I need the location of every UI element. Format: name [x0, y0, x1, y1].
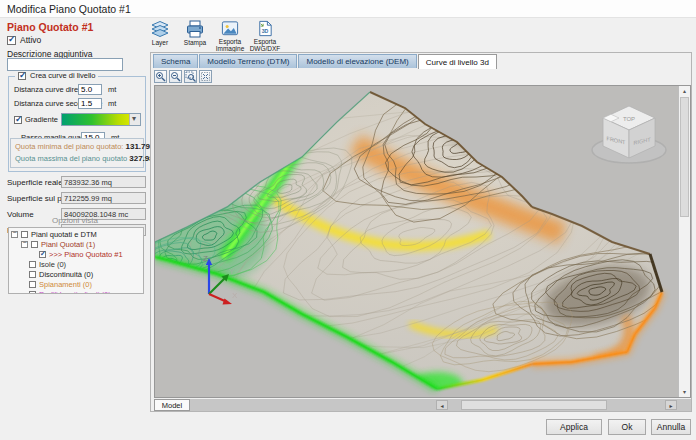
export-dwg-icon: 3D — [254, 19, 276, 38]
toolbar-button-label2: DWG/DXF — [250, 45, 281, 52]
ok-button[interactable]: Ok — [608, 419, 646, 435]
print-icon — [184, 19, 206, 39]
toolbar-button-label: Esporta — [219, 38, 241, 45]
gradiente-checkbox[interactable] — [14, 116, 22, 124]
scroll-right-button[interactable] — [665, 400, 677, 410]
vertical-scrollbar[interactable] — [678, 86, 690, 397]
tree-checkbox[interactable] — [29, 281, 36, 288]
viewcube-top-label: TOP — [623, 116, 635, 122]
zoom-in-button[interactable] — [154, 70, 167, 83]
vertical-scrollbar-thumb[interactable] — [680, 97, 689, 217]
tree-item-root[interactable]: Piani quotati e DTM — [11, 230, 141, 239]
stat-label: Superficie sul piano — [7, 194, 61, 203]
export-dwg-button[interactable]: 3D Esporta DWG/DXF — [249, 19, 281, 52]
tab-dem[interactable]: Modello di elevazione (DEM) — [298, 54, 416, 68]
tree-item-piano-quotato-1[interactable]: >>> Piano Quotato #1 — [39, 250, 141, 259]
zoom-out-icon — [170, 71, 181, 82]
viewcube[interactable]: TOP FRONT RIGHT — [586, 92, 674, 180]
axis-y-label: Y — [229, 267, 235, 276]
page-title: Piano Quotato #1 — [7, 21, 93, 33]
dist-secondarie-unit: mt — [108, 99, 116, 108]
dialog-window: Modifica Piano Quotato #1 Piano Quotato … — [0, 0, 696, 440]
zoom-out-button[interactable] — [169, 70, 182, 83]
tree-item-profili[interactable]: Profili longitudinali (0) — [29, 290, 141, 294]
quota-box: Quota minima del piano quotato: 131.792 … — [10, 138, 144, 168]
scroll-left-button[interactable] — [436, 400, 448, 410]
collapse-icon[interactable] — [21, 241, 28, 248]
stat-value: 712255.99 mq — [61, 192, 146, 204]
dist-direttrici-label: Distanza curve direttrici — [14, 85, 78, 94]
tree-item-label: Spianamenti (0) — [39, 280, 92, 289]
toolbar-button-label2: Immagine — [216, 45, 245, 52]
crea-curve-label: Crea curve di livello — [30, 71, 95, 80]
collapse-icon[interactable] — [11, 231, 18, 238]
dist-secondarie-input[interactable] — [78, 98, 102, 109]
crea-curve-checkbox[interactable] — [18, 72, 26, 80]
annulla-button[interactable]: Annulla — [651, 419, 691, 435]
tab-schema[interactable]: Schema — [153, 54, 198, 68]
stat-label: Superficie reale — [7, 178, 61, 187]
svg-text:3D: 3D — [262, 28, 269, 34]
stat-superficie-piano: Superficie sul piano 712255.99 mq — [7, 192, 146, 204]
tree-item-spianamenti[interactable]: Spianamenti (0) — [29, 280, 141, 289]
chevron-down-icon — [129, 114, 140, 125]
dist-direttrici-input[interactable] — [78, 84, 102, 95]
tree-checkbox[interactable] — [39, 251, 46, 258]
dist-direttrici-unit: mt — [108, 85, 116, 94]
zoom-extents-button[interactable] — [199, 70, 212, 83]
layer-icon — [149, 19, 171, 39]
tab-curve-3d[interactable]: Curve di livello 3d — [418, 54, 497, 69]
title-bar: Modifica Piano Quotato #1 — [0, 0, 696, 18]
tree-checkbox[interactable] — [29, 261, 36, 268]
tree-item-label: Isole (0) — [39, 260, 66, 269]
axis-triad: Z Y X — [177, 248, 239, 310]
print-button[interactable]: Stampa — [179, 19, 211, 52]
tree-checkbox[interactable] — [29, 271, 36, 278]
zoom-extents-icon — [200, 71, 211, 82]
layers-tree: Piani quotati e DTM Piani Quotati (1) >>… — [8, 227, 144, 294]
status-row: Model — [154, 399, 691, 411]
tree-item-discontinuita[interactable]: Discontinuità (0) — [29, 270, 141, 279]
export-image-button[interactable]: Esporta Immagine — [214, 19, 246, 52]
tree-checkbox[interactable] — [29, 291, 36, 294]
stat-value: 783932.36 mq — [61, 176, 146, 188]
tree-item-piani-quotati[interactable]: Piani Quotati (1) — [21, 240, 141, 249]
tab-dtm[interactable]: Modello Terreno (DTM) — [199, 54, 297, 68]
quota-minima-row: Quota minima del piano quotato: 131.792 — [15, 142, 139, 151]
attivo-checkbox-row[interactable]: Attivo — [7, 35, 41, 45]
toolbar-button-label: Layer — [152, 39, 168, 46]
scroll-down-icon[interactable] — [679, 387, 690, 397]
tree-item-isole[interactable]: Isole (0) — [29, 260, 141, 269]
layer-button[interactable]: Layer — [144, 19, 176, 52]
curve-legend-row[interactable]: Crea curve di livello — [15, 71, 98, 80]
quota-massima-row: Quota massima del piano quotato 327.985 — [15, 154, 139, 163]
zoom-in-icon — [155, 71, 166, 82]
gradiente-label: Gradiente — [25, 115, 61, 124]
toolbar-button-label: Stampa — [184, 39, 206, 46]
viewer-panel: Schema Modello Terreno (DTM) Modello di … — [150, 52, 692, 412]
tree-item-label: Discontinuità (0) — [39, 270, 93, 279]
tree-item-label: Piani quotati e DTM — [31, 230, 97, 239]
viewport-3d[interactable]: TOP FRONT RIGHT Z Y X — [154, 85, 691, 398]
tree-checkbox[interactable] — [21, 231, 28, 238]
viewer-tabs: Schema Modello Terreno (DTM) Modello di … — [153, 54, 497, 69]
tree-item-label: Profili longitudinali (0) — [39, 290, 111, 294]
horizontal-scrollbar-thumb[interactable] — [461, 400, 607, 410]
zoom-window-icon — [185, 71, 196, 82]
zoom-toolbar — [154, 70, 212, 83]
model-tab[interactable]: Model — [154, 399, 190, 411]
scroll-up-icon[interactable] — [679, 86, 690, 96]
applica-button[interactable]: Applica — [546, 419, 602, 435]
quota-minima-label: Quota minima del piano quotato: — [15, 142, 123, 151]
gradiente-dropdown[interactable] — [61, 113, 141, 126]
tree-checkbox[interactable] — [31, 241, 38, 248]
tree-item-label: >>> Piano Quotato #1 — [49, 250, 123, 259]
attivo-checkbox[interactable] — [7, 36, 16, 45]
quota-massima-label: Quota massima del piano quotato — [15, 154, 127, 163]
zoom-window-button[interactable] — [184, 70, 197, 83]
tree-item-label: Piani Quotati (1) — [41, 240, 95, 249]
attivo-label: Attivo — [20, 35, 41, 45]
toolbar-button-label: Esporta — [254, 38, 276, 45]
opzioni-vista-link[interactable]: Opzioni vista — [0, 216, 150, 225]
dist-secondarie-label: Distanza curve secondarie — [14, 99, 78, 108]
